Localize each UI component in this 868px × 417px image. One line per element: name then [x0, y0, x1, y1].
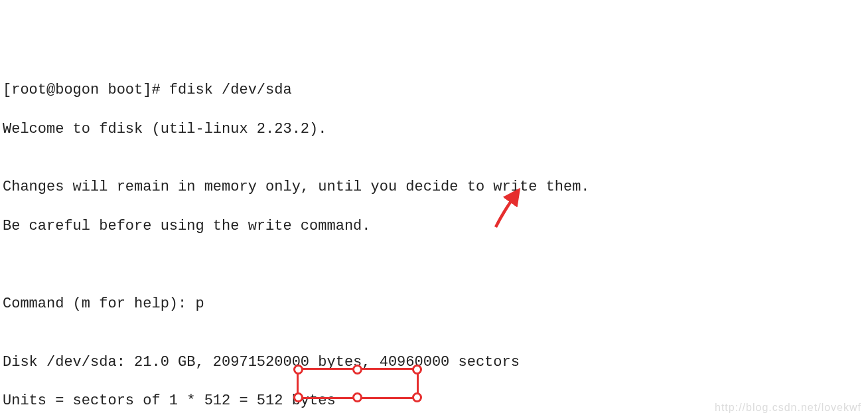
terminal-line: Disk /dev/sda: 21.0 GB, 20971520000 byte… [3, 353, 865, 372]
watermark-text: http://blog.csdn.net/lovekwf [715, 400, 861, 414]
terminal-line: Be careful before using the write comman… [3, 216, 865, 236]
terminal-line: Command (m for help): p [3, 294, 865, 313]
terminal-line: Welcome to fdisk (util-linux 2.23.2). [3, 120, 865, 139]
terminal-line: Changes will remain in memory only, unti… [3, 177, 865, 197]
terminal-line: [root@bogon boot]# fdisk /dev/sda [3, 80, 865, 100]
